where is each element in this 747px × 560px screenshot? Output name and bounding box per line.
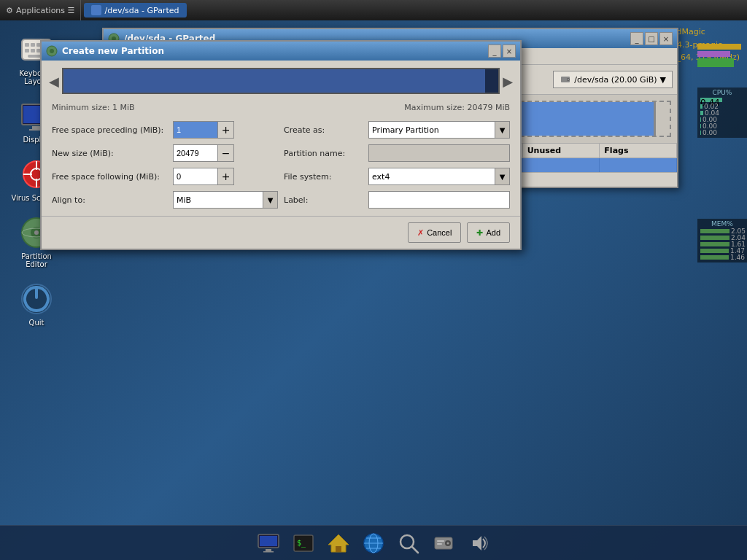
cancel-label: Cancel: [427, 228, 452, 237]
file-system-select[interactable]: ext4 ▼: [368, 168, 510, 185]
free-before-plus-btn[interactable]: +: [217, 122, 233, 138]
file-system-arrow[interactable]: ▼: [495, 168, 509, 184]
partition-resize-fill: [63, 69, 485, 93]
dialog-app-icon: [46, 45, 58, 57]
svg-point-46: [50, 49, 54, 53]
dialog-close-button[interactable]: ×: [503, 44, 516, 58]
min-size-label: Minimum size: 1 MiB: [52, 103, 135, 112]
form-grid: Free space preceding (MiB): + New size (…: [42, 114, 520, 216]
dialog-title-text: Create new Partition: [62, 46, 164, 56]
align-to-label: Align to:: [52, 195, 169, 205]
partition-name-label: Partition name:: [284, 149, 364, 158]
dialog-titlebar: Create new Partition _ ×: [42, 42, 520, 61]
new-size-row: New size (MiB): −: [52, 144, 278, 162]
file-system-row: File system: ext4 ▼: [284, 168, 510, 185]
resize-right-arrow[interactable]: ▶: [503, 74, 513, 89]
label-input[interactable]: [368, 191, 510, 209]
label-field-label: Label:: [284, 195, 364, 205]
create-as-label: Create as:: [284, 125, 364, 135]
new-size-input[interactable]: [174, 145, 217, 161]
free-after-row: Free space following (MiB): +: [52, 168, 278, 185]
free-before-input[interactable]: [174, 122, 217, 138]
file-system-value: ext4: [369, 172, 495, 182]
cancel-icon: ✗: [417, 228, 424, 238]
new-size-minus-btn[interactable]: −: [217, 145, 233, 161]
resize-left-arrow[interactable]: ◀: [49, 74, 59, 89]
new-size-input-group: −: [173, 144, 234, 162]
align-to-value: MiB: [174, 195, 263, 205]
create-as-row: Create as: Primary Partition ▼: [284, 121, 510, 139]
free-after-input[interactable]: [174, 168, 217, 184]
resize-bar-area: ◀ ▶: [42, 61, 520, 101]
dialog-buttons: ✗ Cancel ✚ Add: [42, 216, 520, 249]
free-after-input-group: +: [173, 168, 234, 185]
add-button[interactable]: ✚ Add: [467, 222, 510, 243]
dialog-controls: _ ×: [488, 44, 516, 58]
file-system-label: File system:: [284, 172, 364, 182]
dialog-overlay: Create new Partition _ × ◀ ▶ Minimum siz…: [0, 0, 747, 560]
align-to-row: Align to: MiB ▼: [52, 191, 278, 209]
partition-name-input[interactable]: [368, 144, 510, 162]
create-as-arrow[interactable]: ▼: [495, 122, 509, 138]
max-size-label: Maximum size: 20479 MiB: [404, 103, 510, 112]
dialog-minimize-button[interactable]: _: [488, 44, 501, 58]
label-row: Label:: [284, 191, 510, 209]
dialog-title-group: Create new Partition: [46, 45, 164, 57]
align-to-arrow[interactable]: ▼: [263, 192, 277, 208]
desktop: ⚙ Applications ☰ /dev/sda - GParted Host…: [0, 0, 747, 560]
free-before-input-group: +: [173, 121, 234, 139]
free-before-row: Free space preceding (MiB): +: [52, 121, 278, 139]
free-before-label: Free space preceding (MiB):: [52, 125, 169, 135]
size-info: Minimum size: 1 MiB Maximum size: 20479 …: [42, 101, 520, 114]
create-partition-dialog: Create new Partition _ × ◀ ▶ Minimum siz…: [40, 40, 522, 250]
partition-name-row: Partition name:: [284, 144, 510, 162]
new-size-label: New size (MiB):: [52, 149, 169, 158]
create-as-value: Primary Partition: [369, 125, 495, 135]
align-to-select[interactable]: MiB ▼: [173, 191, 278, 209]
form-left: Free space preceding (MiB): + New size (…: [52, 121, 278, 209]
cancel-button[interactable]: ✗ Cancel: [408, 222, 461, 243]
add-label: Add: [486, 228, 500, 237]
free-after-label: Free space following (MiB):: [52, 172, 169, 182]
free-after-plus-btn[interactable]: +: [217, 168, 233, 184]
add-icon: ✚: [476, 228, 483, 238]
partition-resize-bar[interactable]: [62, 68, 500, 94]
create-as-select[interactable]: Primary Partition ▼: [368, 121, 510, 139]
form-right: Create as: Primary Partition ▼ Partition…: [284, 121, 510, 209]
